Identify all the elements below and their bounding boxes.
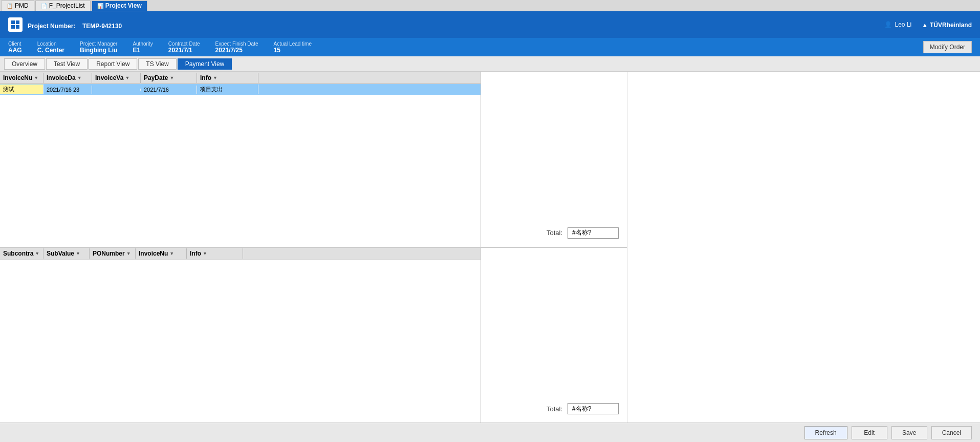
svg-rect-3 bbox=[16, 25, 19, 29]
upper-total-row: Total: bbox=[547, 227, 619, 239]
header-left: Project Number: TEMP-942130 bbox=[8, 17, 122, 32]
sort-arrow-info: ▼ bbox=[213, 75, 217, 80]
upper-total-area: Total: bbox=[481, 72, 627, 248]
project-number-label: Project Number: TEMP-942130 bbox=[28, 19, 122, 31]
col-header-info2[interactable]: Info ▼ bbox=[187, 248, 243, 259]
upper-table-section: InvoiceNu ▼ InvoiceDa ▼ InvoiceVa ▼ PayD… bbox=[0, 72, 481, 248]
refresh-button[interactable]: Refresh bbox=[804, 426, 847, 439]
lower-table-section: Subcontra ▼ SubValue ▼ PONumber ▼ Invoic… bbox=[0, 248, 481, 423]
cell-invoice-date: 2021/7/16 23 bbox=[43, 86, 92, 94]
svg-rect-2 bbox=[11, 25, 15, 29]
project-view-tab-icon: 📊 bbox=[97, 3, 103, 9]
tab-test-view[interactable]: Test View bbox=[46, 58, 88, 70]
sort-arrow-invoice-num: ▼ bbox=[34, 75, 38, 80]
col-header-info[interactable]: Info ▼ bbox=[197, 73, 258, 83]
pmd-tab-icon: 📋 bbox=[7, 3, 13, 9]
far-right-panel bbox=[627, 72, 980, 423]
sort-arrow-ponum: ▼ bbox=[126, 251, 131, 256]
col-header-pay-date[interactable]: PayDate ▼ bbox=[141, 73, 197, 83]
pm-field: Project Manager Bingbing Liu bbox=[80, 41, 117, 54]
tuv-triangle-icon: ▲ bbox=[922, 22, 928, 29]
tab-bar: 📋 PMD 📄 F_ProjectList 📊 Project View bbox=[0, 0, 980, 11]
sort-arrow-subcontra: ▼ bbox=[35, 251, 39, 256]
lower-total-label: Total: bbox=[547, 405, 562, 413]
sort-arrow-invoice-date: ▼ bbox=[77, 75, 82, 80]
sort-arrow-invoice-val: ▼ bbox=[125, 75, 129, 80]
tab-report-view[interactable]: Report View bbox=[89, 58, 137, 70]
actual-lead-field: Actual Lead time 15 bbox=[274, 41, 312, 54]
header-bar: Project Number: TEMP-942130 👤 Leo Li ▲ T… bbox=[0, 11, 980, 38]
contract-date-field: Contract Date 2021/7/1 bbox=[168, 41, 200, 54]
lower-total-area: Total: bbox=[481, 248, 627, 423]
upper-total-input[interactable] bbox=[568, 227, 619, 239]
cell-pay-date: 2021/7/16 bbox=[141, 86, 197, 94]
save-button[interactable]: Save bbox=[891, 426, 927, 439]
lower-total-input[interactable] bbox=[568, 403, 619, 414]
right-panel: Total: Total: bbox=[481, 72, 627, 423]
app-icon bbox=[8, 17, 23, 32]
tab-payment-view[interactable]: Payment View bbox=[178, 58, 232, 70]
col-header-subval[interactable]: SubValue ▼ bbox=[43, 248, 90, 259]
sort-arrow-pay-date: ▼ bbox=[169, 75, 174, 80]
svg-rect-1 bbox=[16, 20, 19, 24]
view-tabs: Overview Test View Report View TS View P… bbox=[0, 56, 980, 72]
user-info: 👤 Leo Li bbox=[884, 21, 912, 28]
sort-arrow-subval: ▼ bbox=[76, 251, 80, 256]
col-header-invoice-date[interactable]: InvoiceDa ▼ bbox=[43, 73, 92, 83]
user-icon: 👤 bbox=[884, 21, 892, 28]
left-panel: InvoiceNu ▼ InvoiceDa ▼ InvoiceVa ▼ PayD… bbox=[0, 72, 481, 423]
sort-arrow-info2: ▼ bbox=[203, 251, 207, 256]
location-field: Location C. Center bbox=[37, 41, 64, 54]
header-right: 👤 Leo Li ▲ TÜVRheinland bbox=[884, 20, 972, 29]
bottom-bar: Refresh Edit Save Cancel bbox=[0, 423, 980, 442]
col-header-subcontra[interactable]: Subcontra ▼ bbox=[0, 248, 43, 259]
tab-pmd[interactable]: 📋 PMD bbox=[1, 1, 34, 11]
cell-invoice-num: 测试 bbox=[0, 85, 43, 94]
cell-invoice-val bbox=[92, 89, 141, 91]
upper-total-label: Total: bbox=[547, 229, 562, 237]
authority-field: Authority E1 bbox=[133, 41, 153, 54]
main-content: InvoiceNu ▼ InvoiceDa ▼ InvoiceVa ▼ PayD… bbox=[0, 72, 980, 423]
cell-info: 项目支出 bbox=[197, 85, 258, 94]
tab-ts-view[interactable]: TS View bbox=[138, 58, 176, 70]
sort-arrow-invoice-num2: ▼ bbox=[169, 251, 174, 256]
tab-overview[interactable]: Overview bbox=[4, 58, 45, 70]
cancel-button[interactable]: Cancel bbox=[931, 426, 972, 439]
col-header-ponum[interactable]: PONumber ▼ bbox=[90, 248, 136, 259]
lower-table-header: Subcontra ▼ SubValue ▼ PONumber ▼ Invoic… bbox=[0, 248, 481, 260]
tab-project-view[interactable]: 📊 Project View bbox=[92, 1, 147, 11]
tab-project-list[interactable]: 📄 F_ProjectList bbox=[35, 1, 91, 11]
col-header-invoice-val[interactable]: InvoiceVa ▼ bbox=[92, 73, 141, 83]
tuv-logo: ▲ TÜVRheinland bbox=[922, 20, 972, 29]
col-header-invoice-num2[interactable]: InvoiceNu ▼ bbox=[136, 248, 187, 259]
modify-order-button[interactable]: Modify Order bbox=[923, 41, 972, 53]
upper-table-header: InvoiceNu ▼ InvoiceDa ▼ InvoiceVa ▼ PayD… bbox=[0, 72, 481, 84]
expect-finish-field: Expect Finish Date 2021/7/25 bbox=[215, 41, 258, 54]
edit-button[interactable]: Edit bbox=[852, 426, 887, 439]
svg-rect-0 bbox=[11, 20, 15, 24]
lower-total-row: Total: bbox=[547, 403, 619, 414]
client-field: Client AAG bbox=[8, 41, 22, 54]
project-list-tab-icon: 📄 bbox=[41, 3, 47, 9]
table-row[interactable]: 测试 2021/7/16 23 2021/7/16 项目支出 bbox=[0, 84, 481, 95]
info-bar: Client AAG Location C. Center Project Ma… bbox=[0, 38, 980, 56]
col-header-invoice-num[interactable]: InvoiceNu ▼ bbox=[0, 73, 43, 83]
